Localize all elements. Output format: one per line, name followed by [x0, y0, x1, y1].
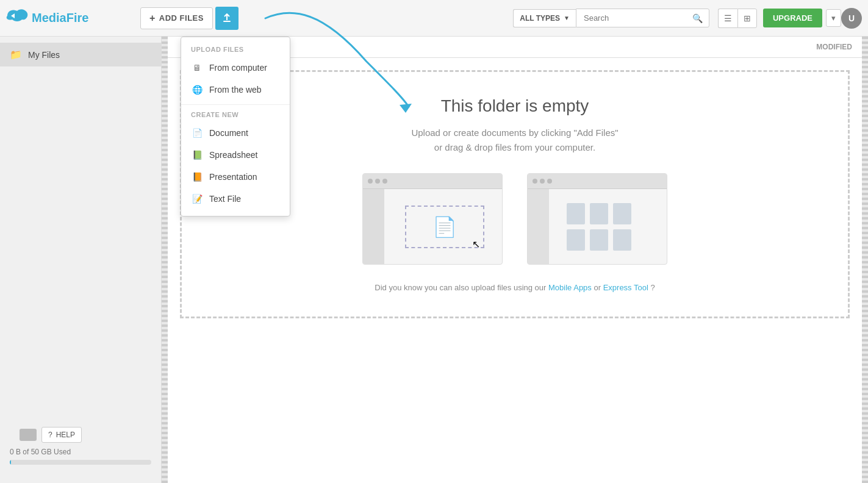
view-buttons: ☰ ⊞ — [718, 9, 757, 28]
folder-icon: 📁 — [10, 49, 22, 60]
mock-file-5 — [590, 229, 608, 251]
vertical-separator-left — [162, 37, 168, 483]
presentation-label: Presentation — [209, 172, 257, 182]
mock-dot-6 — [547, 179, 552, 184]
help-icon: ? — [48, 431, 52, 439]
mock-browser-content-1: 📄 ↖ — [363, 189, 502, 264]
sidebar-item-my-files[interactable]: 📁 My Files — [0, 43, 161, 66]
search-input-wrap: 🔍 — [576, 9, 709, 27]
modified-label: MODIFIED — [816, 43, 852, 51]
dropdown-arrow-icon: ▼ — [564, 15, 570, 21]
create-section-label: CREATE NEW — [181, 109, 290, 122]
from-computer-label: From computer — [209, 63, 267, 73]
document-label: Document — [209, 128, 248, 138]
upload-section-label: UPLOAD FILES — [181, 43, 290, 57]
list-view-button[interactable]: ☰ — [718, 9, 737, 28]
drag-file-icon: 📄 — [432, 215, 457, 238]
from-web-label: From the web — [209, 85, 262, 95]
main-layout: 📁 My Files ? HELP 0 B of 50 GB Used MODI… — [0, 37, 868, 483]
vertical-separator-right — [862, 37, 868, 483]
search-area: ALL TYPES ▼ 🔍 — [513, 9, 709, 27]
user-dropdown-button[interactable]: ▾ — [826, 9, 841, 27]
globe-icon: 🌐 — [191, 84, 203, 96]
upgrade-button[interactable]: UPGRADE — [763, 9, 822, 27]
empty-images: 📄 ↖ — [362, 173, 667, 265]
did-you-know: Did you know you can also upload files u… — [375, 283, 655, 292]
mock-dot-3 — [382, 179, 387, 184]
express-tool-link[interactable]: Express Tool — [603, 283, 648, 292]
did-you-know-prefix: Did you know you can also upload files u… — [375, 283, 548, 292]
mobile-apps-link[interactable]: Mobile Apps — [548, 283, 592, 292]
create-textfile-item[interactable]: 📝 Text File — [181, 188, 290, 210]
from-web-item[interactable]: 🌐 From the web — [181, 79, 290, 101]
mock-dot-4 — [533, 179, 537, 184]
mock-browser-content-2 — [528, 189, 667, 264]
filter-label: ALL TYPES — [520, 14, 560, 23]
storage-bar — [10, 460, 151, 465]
document-icon: 📄 — [191, 127, 203, 139]
monitor-icon: 🖥 — [191, 62, 203, 74]
mock-file-3 — [613, 203, 631, 224]
or-text: or — [594, 283, 603, 292]
drag-cursor-icon: ↖ — [472, 238, 480, 250]
spreadsheet-icon: 📗 — [191, 149, 203, 161]
presentation-icon: 📙 — [191, 171, 203, 183]
create-document-item[interactable]: 📄 Document — [181, 122, 290, 144]
spreadsheet-label: Spreadsheet — [209, 150, 257, 160]
mock-file-4 — [567, 229, 585, 251]
search-button[interactable]: 🔍 — [691, 12, 704, 24]
mock-grid-browser — [527, 173, 667, 265]
mock-drag-browser: 📄 ↖ — [362, 173, 503, 265]
mock-dot-1 — [368, 179, 373, 184]
empty-subtitle-line1: Upload or create documents by clicking "… — [411, 127, 618, 138]
help-label: HELP — [56, 431, 75, 439]
upload-icon-button[interactable] — [215, 7, 239, 30]
sidebar-bottom: ? HELP 0 B of 50 GB Used — [0, 416, 161, 477]
my-files-label: My Files — [28, 50, 60, 60]
textfile-label: Text File — [209, 194, 241, 204]
help-bar: ? HELP — [10, 422, 151, 448]
sidebar: 📁 My Files ? HELP 0 B of 50 GB Used — [0, 37, 162, 483]
drag-drop-area: 📄 ↖ — [405, 206, 484, 248]
create-spreadsheet-item[interactable]: 📗 Spreadsheet — [181, 144, 290, 166]
empty-subtitle: Upload or create documents by clicking "… — [411, 126, 618, 155]
add-files-label: ADD FILES — [159, 13, 204, 23]
from-computer-item[interactable]: 🖥 From computer — [181, 57, 290, 79]
mock-file-2 — [590, 203, 608, 224]
avatar: U — [841, 8, 862, 29]
mock-file-6 — [613, 229, 631, 251]
storage-fill — [10, 460, 11, 465]
filter-dropdown[interactable]: ALL TYPES ▼ — [513, 9, 576, 27]
mock-file-1 — [567, 203, 585, 224]
mock-sidebar-strip — [363, 189, 384, 264]
svg-rect-0 — [223, 21, 231, 22]
mock-dot-5 — [540, 179, 545, 184]
empty-title: This folder is empty — [441, 96, 589, 116]
plus-icon: + — [149, 13, 156, 24]
mock-browser-bar-1 — [363, 174, 502, 189]
mock-sidebar-strip-2 — [528, 189, 549, 264]
header-actions: + ADD FILES — [140, 7, 239, 30]
header: MediaFire + ADD FILES ALL TYPES ▼ 🔍 ☰ ⊞ … — [0, 0, 868, 37]
create-presentation-item[interactable]: 📙 Presentation — [181, 166, 290, 188]
textfile-icon: 📝 — [191, 193, 203, 205]
empty-subtitle-line2: or drag & drop files from your computer. — [434, 142, 595, 152]
menu-divider — [181, 104, 290, 105]
add-files-button[interactable]: + ADD FILES — [140, 7, 213, 29]
small-logo — [20, 429, 37, 441]
mock-dot-2 — [375, 179, 380, 184]
mock-file-grid — [561, 197, 637, 257]
storage-text: 0 B of 50 GB Used — [10, 448, 151, 456]
did-you-know-suffix: ? — [650, 283, 655, 292]
logo: MediaFire — [6, 7, 128, 29]
mock-browser-bar-2 — [528, 174, 667, 189]
help-button[interactable]: ? HELP — [41, 427, 82, 443]
logo-text: MediaFire — [32, 11, 88, 25]
logo-icon — [6, 7, 28, 29]
dropdown-menu: UPLOAD FILES 🖥 From computer 🌐 From the … — [181, 37, 290, 216]
search-input[interactable] — [581, 9, 691, 27]
grid-view-button[interactable]: ⊞ — [737, 9, 757, 28]
